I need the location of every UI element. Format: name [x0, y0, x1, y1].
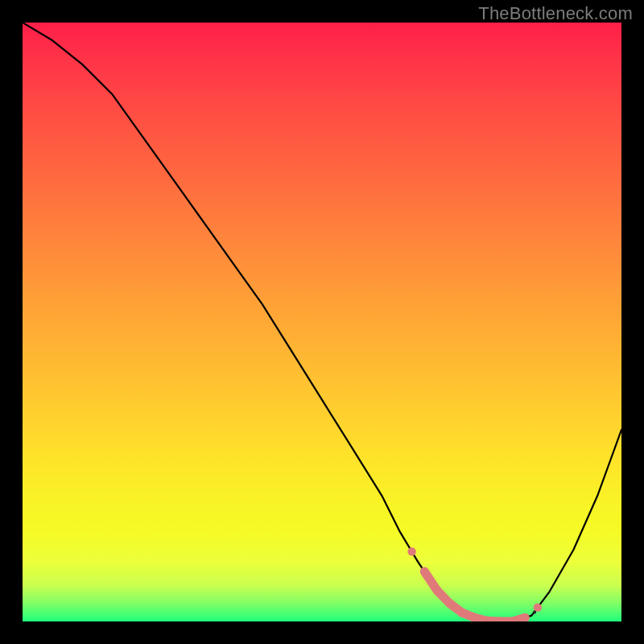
valley-segment	[513, 617, 526, 621]
chart-frame: TheBottleneck.com	[0, 0, 644, 644]
watermark-text: TheBottleneck.com	[478, 3, 633, 24]
valley-dot	[407, 547, 415, 555]
plot-area	[23, 23, 621, 621]
valley-highlight	[407, 547, 542, 621]
curve-layer	[23, 23, 621, 621]
bottleneck-curve	[23, 23, 621, 621]
valley-dot	[534, 603, 542, 611]
min-marker	[533, 611, 536, 614]
